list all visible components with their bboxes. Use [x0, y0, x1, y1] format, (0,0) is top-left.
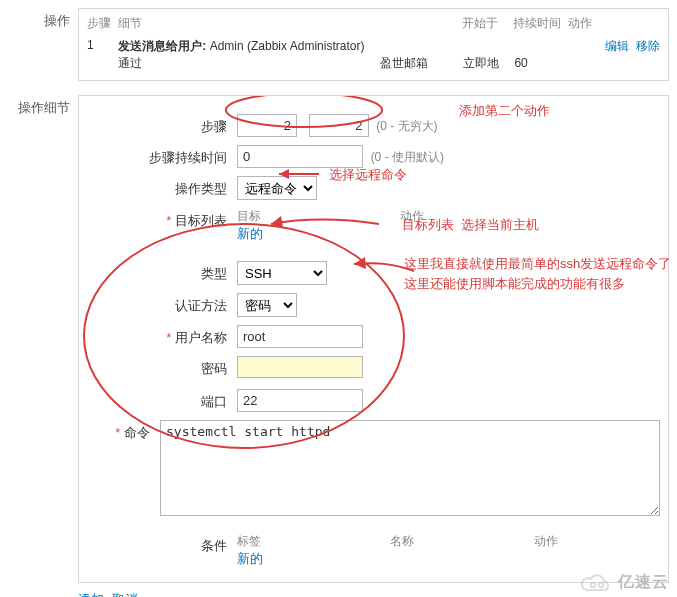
svg-point-5 [591, 582, 596, 587]
target-col-target: 目标 [237, 208, 397, 225]
ops-row-via-value: 盈世邮箱 [380, 55, 460, 72]
label-op-type: 操作类型 [87, 176, 237, 198]
ops-row-start: 立即地 [463, 55, 511, 72]
add-link[interactable]: 添加 [78, 592, 104, 597]
label-port: 端口 [87, 389, 237, 411]
label-target-list: 目标列表 [87, 208, 237, 230]
ops-row-user: Admin (Zabbix Administrator) [206, 39, 364, 53]
ops-row-via-label: 通过 [118, 56, 142, 70]
ops-row: 1 发送消息给用户: Admin (Zabbix Administrator) … [87, 38, 660, 72]
step-infinite-hint: (0 - 无穷大) [376, 119, 437, 133]
watermark-text: 亿速云 [618, 572, 669, 593]
remove-link[interactable]: 移除 [636, 39, 660, 53]
label-password: 密码 [87, 356, 237, 378]
username-input[interactable] [237, 325, 363, 348]
step-from-input[interactable] [237, 114, 297, 137]
cond-col-label: 标签 [237, 533, 387, 550]
ops-row-prefix: 发送消息给用户: [118, 39, 206, 53]
port-input[interactable] [237, 389, 363, 412]
col-step: 步骤 [87, 15, 115, 32]
command-textarea[interactable]: systemctl start httpd [160, 420, 660, 516]
target-col-action: 动作 [400, 208, 480, 225]
ops-header: 步骤 细节 开始于 持续时间 动作 [87, 15, 660, 38]
cancel-link[interactable]: 取消 [112, 592, 138, 597]
auth-select[interactable]: 密码 [237, 293, 297, 317]
type-select[interactable]: SSH [237, 261, 327, 285]
label-auth: 认证方法 [87, 293, 237, 315]
watermark: 亿速云 [580, 572, 669, 593]
ops-row-duration: 60 [514, 56, 534, 70]
edit-link[interactable]: 编辑 [605, 39, 629, 53]
ops-box: 步骤 细节 开始于 持续时间 动作 1 发送消息给用户: Admin (Zabb… [78, 8, 669, 81]
password-input[interactable] [237, 356, 363, 378]
cloud-icon [580, 573, 614, 593]
duration-hint: (0 - 使用默认) [371, 150, 444, 164]
label-duration: 步骤持续时间 [87, 145, 237, 167]
duration-input[interactable] [237, 145, 363, 168]
col-duration: 持续时间 [513, 15, 565, 32]
details-section-label: 操作细节 [8, 95, 70, 117]
label-command: 命令 [87, 420, 160, 442]
cond-col-name: 名称 [390, 533, 530, 550]
cond-new-link[interactable]: 新的 [237, 551, 263, 566]
svg-point-6 [599, 582, 604, 587]
col-action: 动作 [568, 15, 598, 32]
ops-section-label: 操作 [8, 8, 70, 30]
col-start: 开始于 [462, 15, 510, 32]
op-type-select[interactable]: 远程命令 [237, 176, 317, 200]
ops-row-idx: 1 [87, 38, 115, 52]
label-type: 类型 [87, 261, 237, 283]
step-to-input[interactable] [309, 114, 369, 137]
label-step: 步骤 [87, 114, 237, 136]
label-username: 用户名称 [87, 325, 237, 347]
col-detail: 细节 [118, 15, 458, 32]
details-box: 步骤 - (0 - 无穷大) 步骤持续时间 (0 - 使用默认) 操作类型 远程… [78, 95, 669, 583]
label-conditions: 条件 [87, 533, 237, 555]
cond-col-action: 动作 [534, 533, 614, 550]
target-new-link[interactable]: 新的 [237, 226, 263, 241]
